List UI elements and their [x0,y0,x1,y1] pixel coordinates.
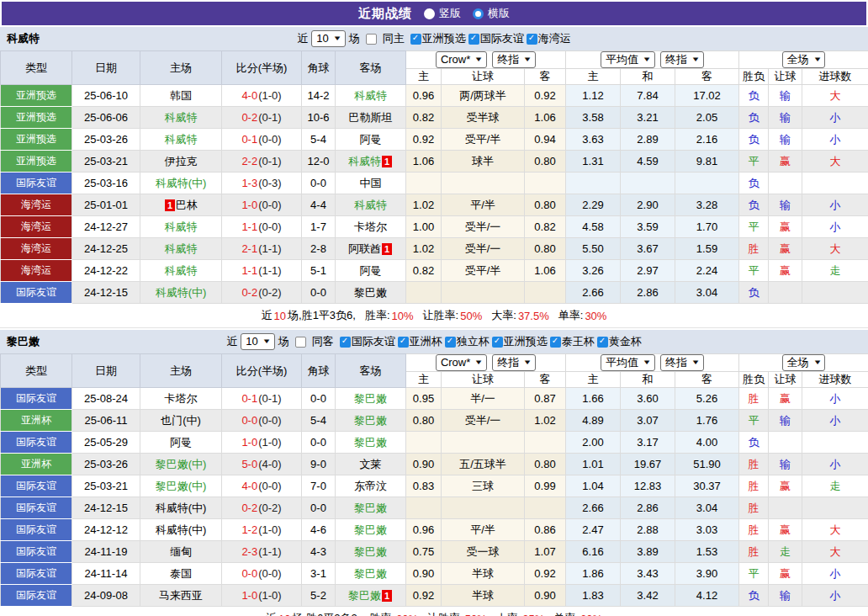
handicap-line: 两/两球半 [442,85,525,107]
halftime-score: (0-1) [258,392,281,405]
avg-home: 2.00 [566,432,621,454]
table-row: 亚洲杯25-03-26黎巴嫩(中)5-0(4-0)9-0文莱0.90五/五球半0… [1,454,868,475]
match-type: 海湾运 [1,194,72,216]
league-filter[interactable]: 国际友谊 [340,334,395,349]
corner-score: 0-0 [302,497,336,519]
near-label: 近 [226,334,237,349]
away-team: 科威特1 [336,151,406,173]
result-goals: 小 [802,410,868,432]
home-team: 也门(中) [140,410,222,432]
match-count-value: 10 [316,32,328,45]
home-team: 科威特 [140,129,222,151]
score: 1-2(1-0) [222,519,302,541]
away-team-name: 黎巴嫩 [354,286,387,299]
match-type: 国际友谊 [1,585,72,607]
avg-home: 1.01 [566,454,621,475]
league-filter[interactable]: 海湾运 [527,31,571,46]
home-team: 伊拉克 [140,151,222,173]
odds-source-select[interactable]: Crow*▼ [436,354,487,371]
checkbox-checked-icon[interactable] [445,337,456,348]
home-team: 黎巴嫩(中) [140,454,222,475]
league-filter[interactable]: 亚洲杯 [398,334,442,349]
away-team-name: 黎巴嫩 [354,502,387,514]
odds-away: 1.02 [525,410,566,432]
result-handicap: 赢 [769,260,802,282]
home-team: 1巴林 [140,194,222,216]
filter-bar: 近 10▼ 场 同主 亚洲预选国际友谊海湾运 [297,30,570,47]
layout-radio-horizontal[interactable]: 横版 [473,6,510,21]
match-date: 24-11-19 [72,541,140,563]
avg-period-select[interactable]: 终指▼ [660,354,704,371]
match-type: 国际友谊 [1,388,72,410]
match-type: 海湾运 [1,216,72,238]
result-goals: 小 [802,107,868,129]
fulltime-score: 0-1 [241,133,257,146]
section-header: 黎巴嫩 近 10▼ 场 同客 国际友谊亚洲杯独立杯亚洲预选泰王杯黄金杯 [0,330,868,353]
radio-checked-icon[interactable] [473,8,484,19]
league-filter[interactable]: 亚洲预选 [410,31,466,46]
corner-score: 1-7 [302,216,336,238]
avg-source-select[interactable]: 平均值▼ [601,51,655,68]
avg-period-value: 终指 [665,356,687,369]
checkbox-checked-icon[interactable] [550,337,561,348]
layout-radio-vertical[interactable]: 竖版 [424,6,461,21]
league-filter[interactable]: 国际友谊 [468,31,524,46]
checkbox-checked-icon[interactable] [468,34,479,45]
match-date: 24-09-08 [72,585,140,607]
avg-draw: 3.59 [621,216,675,238]
result-winloss: 负 [739,194,769,216]
col-date: 日期 [72,354,140,388]
scope-select[interactable]: 全场▼ [782,354,826,371]
checkbox-checked-icon[interactable] [398,337,409,348]
checkbox-checked-icon[interactable] [597,337,608,348]
result-handicap: 输 [769,194,802,216]
halftime-score: (1-1) [258,545,281,558]
same-venue-checkbox[interactable] [366,34,377,45]
summary-line: 近10场,胜1平3负6, 胜率:10%让胜率:50%大率:37.5%单率:30% [0,304,868,328]
result-goals: 小 [802,216,868,238]
odds-away: 0.80 [525,151,566,173]
away-team-name: 文莱 [360,458,382,470]
odds-away: 0.80 [525,194,566,216]
odds-period-select[interactable]: 终指▼ [492,51,536,68]
match-date: 24-11-14 [72,563,140,585]
halftime-score: (0-1) [258,155,281,167]
checkbox-checked-icon[interactable] [527,34,537,45]
home-team-name: 泰国 [170,567,192,580]
avg-period-select[interactable]: 终指▼ [660,51,704,68]
handicap-line: 受半/一 [442,216,525,238]
league-filter[interactable]: 独立杯 [445,334,490,349]
result-handicap: 赢 [769,388,802,410]
odds-away: 0.80 [525,238,566,260]
checkbox-checked-icon[interactable] [340,337,351,348]
avg-draw: 2.86 [621,282,675,304]
table-row: 国际友谊24-11-14泰国0-0(0-0)3-1黎巴嫩0.90半球0.921.… [1,563,868,585]
stat-value: 37.5% [518,310,549,322]
stat-label: 让胜率: [427,611,463,616]
score: 2-3(1-1) [222,541,302,563]
same-venue-checkbox[interactable] [295,337,306,348]
league-filter[interactable]: 亚洲预选 [492,334,548,349]
odds-period-select[interactable]: 终指▼ [492,354,536,371]
home-team-name: 也门(中) [161,414,201,427]
corner-score: 3-1 [302,563,336,585]
odds-home [406,432,442,454]
chevron-down-icon: ▼ [523,356,532,369]
odds-source-select[interactable]: Crow*▼ [436,51,487,68]
avg-draw: 19.67 [621,454,675,475]
match-date: 25-06-11 [72,410,140,432]
match-count-select[interactable]: 10▼ [311,30,345,47]
scope-select[interactable]: 全场▼ [782,51,826,68]
odds-home: 0.96 [406,85,442,107]
match-count-select[interactable]: 10▼ [241,333,274,350]
summary-count: 10 [278,613,290,616]
league-filter[interactable]: 泰王杯 [550,334,595,349]
score: 2-1(1-1) [222,238,302,260]
avg-source-select[interactable]: 平均值▼ [601,354,655,371]
league-filter[interactable]: 黄金杯 [597,334,642,349]
checkbox-checked-icon[interactable] [492,337,503,348]
away-team: 黎巴嫩 [336,519,406,541]
checkbox-checked-icon[interactable] [410,34,421,45]
col-type: 类型 [1,51,72,85]
radio-unchecked-icon[interactable] [424,8,435,19]
